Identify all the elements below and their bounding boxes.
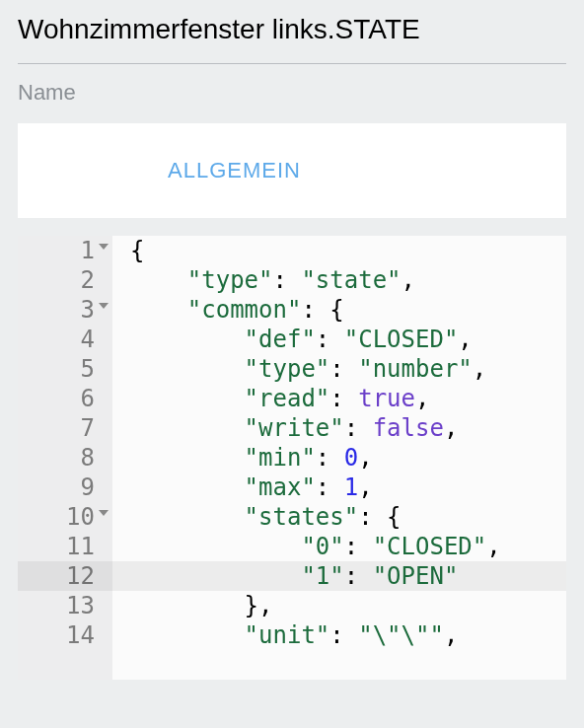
gutter-line: 10 [18, 502, 95, 532]
token-str: "CLOSED" [373, 533, 487, 560]
token-false: false [373, 414, 444, 442]
token-colon: : [316, 473, 344, 501]
token-true: true [358, 385, 415, 412]
token-comma: , [358, 473, 372, 501]
token-comma: , [402, 266, 415, 294]
token-colon: : [344, 414, 373, 442]
token-str: "state" [301, 266, 401, 294]
gutter-line: 8 [18, 443, 95, 473]
token-colon: : [329, 621, 358, 649]
gutter-line: 5 [18, 354, 95, 384]
code-line[interactable]: "unit": "\"\"", [130, 620, 566, 650]
token-key: "def" [245, 326, 316, 353]
fold-toggle-icon[interactable] [99, 244, 109, 250]
page-title: Wohnzimmerfenster links.STATE [18, 14, 566, 45]
gutter-line: 1 [18, 236, 95, 265]
gutter-line: 7 [18, 413, 95, 443]
token-brace: { [387, 503, 401, 531]
tab-bar: ALLGEMEIN [18, 123, 566, 218]
token-str: "OPEN" [373, 562, 459, 590]
code-line[interactable]: "read": true, [130, 384, 566, 413]
code-line[interactable]: "write": false, [130, 413, 566, 443]
token-colon: : [358, 503, 387, 531]
code-line[interactable]: "min": 0, [130, 443, 566, 473]
token-comma: , [444, 414, 458, 442]
token-brace: { [329, 296, 343, 324]
code-line[interactable]: { [130, 236, 566, 265]
code-line[interactable]: }, [130, 591, 566, 620]
code-line[interactable]: "type": "number", [130, 354, 566, 384]
token-colon: : [316, 326, 344, 353]
fold-toggle-icon[interactable] [99, 510, 109, 516]
name-field-label: Name [18, 80, 566, 106]
gutter-line: 4 [18, 325, 95, 354]
token-colon: : [329, 385, 358, 412]
token-colon: : [329, 355, 358, 383]
editor-gutter: 1234567891011121314 [18, 236, 112, 680]
token-key: "type" [187, 266, 273, 294]
token-colon: : [316, 444, 344, 472]
fold-toggle-icon[interactable] [99, 303, 109, 309]
code-line[interactable]: "0": "CLOSED", [130, 532, 566, 561]
code-line[interactable]: "type": "state", [130, 265, 566, 295]
code-line[interactable]: "max": 1, [130, 473, 566, 502]
token-num: 0 [344, 444, 358, 472]
token-comma: , [358, 444, 372, 472]
gutter-line: 11 [18, 532, 95, 561]
token-num: 1 [344, 473, 358, 501]
token-comma: , [486, 533, 500, 560]
gutter-line: 13 [18, 591, 95, 620]
token-key: "min" [245, 444, 316, 472]
token-brace: { [130, 237, 144, 264]
code-line[interactable]: "states": { [130, 502, 566, 532]
token-key: "type" [245, 355, 330, 383]
token-key: "states" [245, 503, 359, 531]
token-key: "read" [245, 385, 330, 412]
token-key: "1" [301, 562, 343, 590]
gutter-line: 14 [18, 620, 95, 650]
token-str: "\"\"" [358, 621, 444, 649]
token-comma: , [258, 592, 272, 619]
token-key: "common" [187, 296, 302, 324]
token-colon: : [344, 562, 373, 590]
token-key: "write" [245, 414, 344, 442]
token-key: "unit" [245, 621, 330, 649]
token-brace: } [245, 592, 258, 619]
token-comma: , [473, 355, 486, 383]
token-str: "number" [358, 355, 473, 383]
tab-allgemein[interactable]: ALLGEMEIN [168, 158, 301, 183]
token-comma: , [458, 326, 472, 353]
token-colon: : [301, 296, 329, 324]
token-colon: : [344, 533, 373, 560]
gutter-line: 2 [18, 265, 95, 295]
code-editor[interactable]: 1234567891011121314 { "type": "state", "… [18, 236, 566, 680]
token-key: "0" [301, 533, 343, 560]
code-line[interactable]: "def": "CLOSED", [130, 325, 566, 354]
code-line[interactable]: "common": { [130, 295, 566, 325]
token-comma: , [415, 385, 429, 412]
token-comma: , [444, 621, 458, 649]
token-key: "max" [245, 473, 316, 501]
token-colon: : [273, 266, 302, 294]
divider [18, 63, 566, 64]
gutter-line: 3 [18, 295, 95, 325]
gutter-line: 9 [18, 473, 95, 502]
gutter-line: 6 [18, 384, 95, 413]
editor-code[interactable]: { "type": "state", "common": { "def": "C… [112, 236, 566, 680]
token-str: "CLOSED" [344, 326, 459, 353]
